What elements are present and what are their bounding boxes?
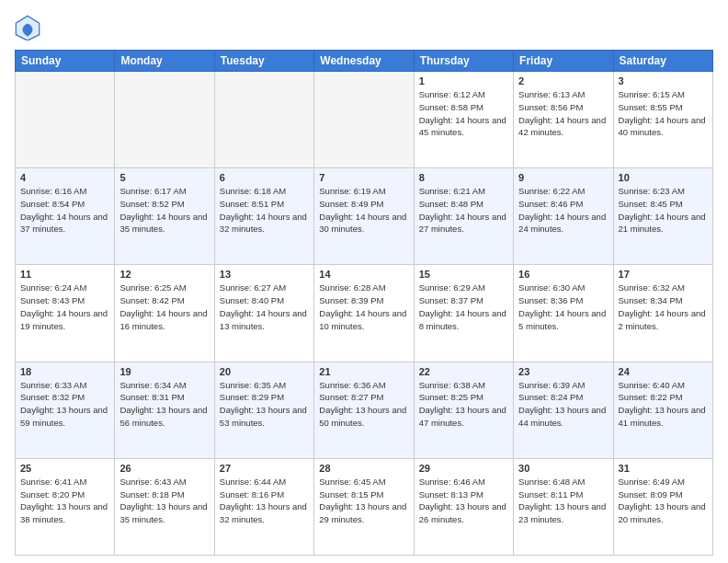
day-number: 31 [619, 463, 708, 474]
calendar-cell: 18Sunrise: 6:33 AM Sunset: 8:32 PM Dayli… [16, 362, 115, 458]
day-number: 14 [319, 269, 408, 280]
logo-icon [15, 15, 40, 40]
calendar-cell: 15Sunrise: 6:29 AM Sunset: 8:37 PM Dayli… [414, 265, 513, 362]
day-info: Sunrise: 6:22 AM Sunset: 8:46 PM Dayligh… [518, 185, 608, 236]
day-number: 16 [518, 269, 608, 280]
day-info: Sunrise: 6:15 AM Sunset: 8:55 PM Dayligh… [619, 88, 708, 139]
calendar-cell: 8Sunrise: 6:21 AM Sunset: 8:48 PM Daylig… [414, 168, 513, 265]
calendar-cell: 6Sunrise: 6:18 AM Sunset: 8:51 PM Daylig… [214, 168, 313, 265]
calendar-cell: 25Sunrise: 6:41 AM Sunset: 8:20 PM Dayli… [16, 458, 115, 555]
day-number: 10 [619, 172, 708, 183]
calendar-cell: 27Sunrise: 6:44 AM Sunset: 8:16 PM Dayli… [214, 458, 313, 555]
day-info: Sunrise: 6:28 AM Sunset: 8:39 PM Dayligh… [319, 282, 408, 332]
day-info: Sunrise: 6:30 AM Sunset: 8:36 PM Dayligh… [518, 282, 608, 332]
day-number: 19 [119, 366, 209, 377]
day-info: Sunrise: 6:13 AM Sunset: 8:56 PM Dayligh… [518, 88, 608, 139]
calendar-cell: 29Sunrise: 6:46 AM Sunset: 8:13 PM Dayli… [414, 458, 513, 555]
day-number: 13 [220, 269, 309, 280]
day-info: Sunrise: 6:32 AM Sunset: 8:34 PM Dayligh… [619, 282, 708, 332]
calendar-cell: 21Sunrise: 6:36 AM Sunset: 8:27 PM Dayli… [314, 362, 414, 458]
calendar-cell: 4Sunrise: 6:16 AM Sunset: 8:54 PM Daylig… [16, 168, 115, 265]
calendar-cell: 23Sunrise: 6:39 AM Sunset: 8:24 PM Dayli… [514, 362, 613, 458]
day-number: 29 [419, 463, 508, 474]
day-info: Sunrise: 6:27 AM Sunset: 8:40 PM Dayligh… [220, 282, 309, 332]
day-info: Sunrise: 6:34 AM Sunset: 8:31 PM Dayligh… [119, 379, 209, 430]
day-number: 22 [419, 366, 508, 377]
col-header-friday: Friday [514, 51, 613, 72]
calendar-cell: 7Sunrise: 6:19 AM Sunset: 8:49 PM Daylig… [314, 168, 414, 265]
day-info: Sunrise: 6:35 AM Sunset: 8:29 PM Dayligh… [220, 379, 309, 430]
day-info: Sunrise: 6:17 AM Sunset: 8:52 PM Dayligh… [119, 185, 209, 236]
calendar-cell [314, 72, 414, 168]
day-number: 25 [20, 463, 109, 474]
calendar-cell: 22Sunrise: 6:38 AM Sunset: 8:25 PM Dayli… [414, 362, 513, 458]
calendar-cell: 3Sunrise: 6:15 AM Sunset: 8:55 PM Daylig… [613, 72, 712, 168]
day-info: Sunrise: 6:49 AM Sunset: 8:09 PM Dayligh… [619, 476, 708, 526]
day-info: Sunrise: 6:33 AM Sunset: 8:32 PM Dayligh… [20, 379, 109, 430]
calendar: SundayMondayTuesdayWednesdayThursdayFrid… [15, 50, 713, 556]
calendar-cell: 9Sunrise: 6:22 AM Sunset: 8:46 PM Daylig… [514, 168, 613, 265]
calendar-week-row: 1Sunrise: 6:12 AM Sunset: 8:58 PM Daylig… [16, 72, 713, 168]
day-info: Sunrise: 6:18 AM Sunset: 8:51 PM Dayligh… [220, 185, 309, 236]
col-header-wednesday: Wednesday [314, 51, 414, 72]
calendar-cell: 26Sunrise: 6:43 AM Sunset: 8:18 PM Dayli… [115, 458, 214, 555]
calendar-cell: 20Sunrise: 6:35 AM Sunset: 8:29 PM Dayli… [214, 362, 313, 458]
calendar-week-row: 11Sunrise: 6:24 AM Sunset: 8:43 PM Dayli… [16, 265, 713, 362]
day-number: 12 [119, 269, 209, 280]
day-info: Sunrise: 6:44 AM Sunset: 8:16 PM Dayligh… [220, 476, 309, 526]
calendar-week-row: 25Sunrise: 6:41 AM Sunset: 8:20 PM Dayli… [16, 458, 713, 555]
calendar-cell: 30Sunrise: 6:48 AM Sunset: 8:11 PM Dayli… [514, 458, 613, 555]
day-number: 24 [619, 366, 708, 377]
calendar-cell: 24Sunrise: 6:40 AM Sunset: 8:22 PM Dayli… [613, 362, 712, 458]
calendar-cell: 17Sunrise: 6:32 AM Sunset: 8:34 PM Dayli… [613, 265, 712, 362]
calendar-week-row: 4Sunrise: 6:16 AM Sunset: 8:54 PM Daylig… [16, 168, 713, 265]
calendar-header-row: SundayMondayTuesdayWednesdayThursdayFrid… [16, 51, 713, 72]
day-number: 11 [20, 269, 109, 280]
day-info: Sunrise: 6:16 AM Sunset: 8:54 PM Dayligh… [20, 185, 109, 236]
day-info: Sunrise: 6:23 AM Sunset: 8:45 PM Dayligh… [619, 185, 708, 236]
day-number: 6 [220, 172, 309, 183]
calendar-cell: 10Sunrise: 6:23 AM Sunset: 8:45 PM Dayli… [613, 168, 712, 265]
day-info: Sunrise: 6:29 AM Sunset: 8:37 PM Dayligh… [419, 282, 508, 332]
calendar-cell: 14Sunrise: 6:28 AM Sunset: 8:39 PM Dayli… [314, 265, 414, 362]
day-number: 28 [319, 463, 408, 474]
col-header-tuesday: Tuesday [214, 51, 313, 72]
day-number: 20 [220, 366, 309, 377]
day-info: Sunrise: 6:12 AM Sunset: 8:58 PM Dayligh… [419, 88, 508, 139]
calendar-cell: 13Sunrise: 6:27 AM Sunset: 8:40 PM Dayli… [214, 265, 313, 362]
calendar-cell [115, 72, 214, 168]
day-number: 5 [119, 172, 209, 183]
calendar-cell: 1Sunrise: 6:12 AM Sunset: 8:58 PM Daylig… [414, 72, 513, 168]
day-number: 9 [518, 172, 608, 183]
day-number: 7 [319, 172, 408, 183]
day-number: 21 [319, 366, 408, 377]
calendar-cell: 11Sunrise: 6:24 AM Sunset: 8:43 PM Dayli… [16, 265, 115, 362]
day-number: 15 [419, 269, 508, 280]
day-number: 3 [619, 75, 708, 86]
header [15, 15, 713, 40]
day-number: 4 [20, 172, 109, 183]
page: SundayMondayTuesdayWednesdayThursdayFrid… [0, 0, 728, 563]
day-info: Sunrise: 6:25 AM Sunset: 8:42 PM Dayligh… [119, 282, 209, 332]
day-info: Sunrise: 6:40 AM Sunset: 8:22 PM Dayligh… [619, 379, 708, 430]
day-info: Sunrise: 6:45 AM Sunset: 8:15 PM Dayligh… [319, 476, 408, 526]
day-info: Sunrise: 6:48 AM Sunset: 8:11 PM Dayligh… [518, 476, 608, 526]
day-number: 27 [220, 463, 309, 474]
col-header-sunday: Sunday [16, 51, 115, 72]
calendar-cell: 28Sunrise: 6:45 AM Sunset: 8:15 PM Dayli… [314, 458, 414, 555]
col-header-monday: Monday [115, 51, 214, 72]
day-number: 18 [20, 366, 109, 377]
calendar-cell: 19Sunrise: 6:34 AM Sunset: 8:31 PM Dayli… [115, 362, 214, 458]
day-number: 1 [419, 75, 508, 86]
calendar-cell: 31Sunrise: 6:49 AM Sunset: 8:09 PM Dayli… [613, 458, 712, 555]
day-number: 26 [119, 463, 209, 474]
day-number: 17 [619, 269, 708, 280]
day-info: Sunrise: 6:21 AM Sunset: 8:48 PM Dayligh… [419, 185, 508, 236]
day-info: Sunrise: 6:36 AM Sunset: 8:27 PM Dayligh… [319, 379, 408, 430]
calendar-cell: 16Sunrise: 6:30 AM Sunset: 8:36 PM Dayli… [514, 265, 613, 362]
day-info: Sunrise: 6:46 AM Sunset: 8:13 PM Dayligh… [419, 476, 508, 526]
day-number: 30 [518, 463, 608, 474]
day-info: Sunrise: 6:19 AM Sunset: 8:49 PM Dayligh… [319, 185, 408, 236]
day-info: Sunrise: 6:43 AM Sunset: 8:18 PM Dayligh… [119, 476, 209, 526]
day-number: 2 [518, 75, 608, 86]
